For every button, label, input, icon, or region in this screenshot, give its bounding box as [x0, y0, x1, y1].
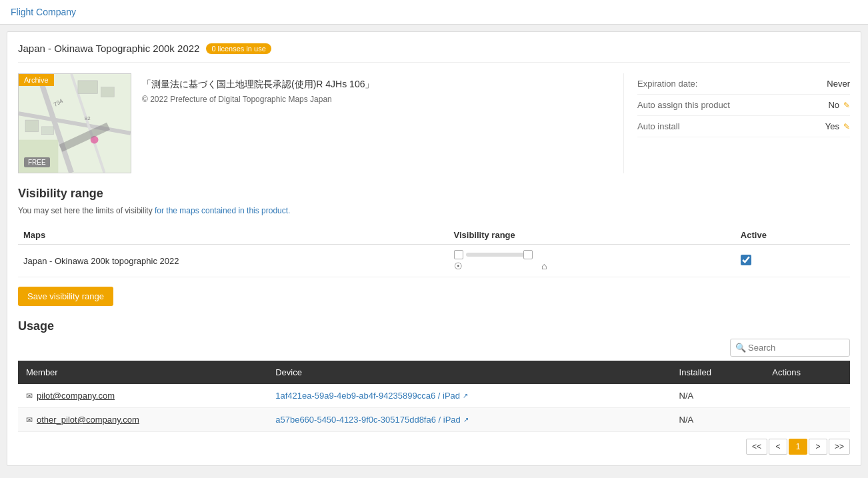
- visibility-th-active: Active: [735, 226, 850, 245]
- brand-link[interactable]: Flight Company: [11, 7, 76, 17]
- usage-actions-cell-1: [764, 408, 850, 432]
- auto-install-label: Auto install: [637, 121, 680, 131]
- visibility-section-title: Visibility range: [18, 187, 850, 201]
- member-email-1[interactable]: other_pilot@company.com: [37, 415, 139, 425]
- product-copyright: © 2022 Prefecture of Digital Topographic…: [142, 95, 613, 104]
- auto-install-edit-icon[interactable]: ✎: [843, 122, 850, 131]
- usage-device-cell-0: 1af421ea-59a9-4eb9-ab4f-94235899cca6 / i…: [267, 384, 671, 408]
- usage-search-bar: 🔍: [18, 339, 850, 357]
- device-link-0[interactable]: 1af421ea-59a9-4eb9-ab4f-94235899cca6 / i…: [275, 391, 663, 401]
- svg-rect-4: [78, 81, 98, 94]
- main-container: Japan - Okinawa Topographic 200k 2022 0 …: [7, 31, 861, 466]
- product-title: Japan - Okinawa Topographic 200k 2022: [18, 43, 199, 54]
- license-badge: 0 licenses in use: [206, 43, 271, 54]
- usage-section: Usage 🔍 Member Device Installed Actions: [18, 319, 850, 455]
- usage-member-cell-1: ✉ other_pilot@company.com: [18, 408, 267, 432]
- visibility-th-range: Visibility range: [449, 226, 735, 245]
- search-input[interactable]: [730, 339, 850, 357]
- usage-table-row: ✉ other_pilot@company.com a57be660-5450-…: [18, 408, 850, 432]
- auto-assign-edit-icon[interactable]: ✎: [843, 101, 850, 110]
- usage-th-actions: Actions: [764, 361, 850, 384]
- range-icons: ☉ ⌂: [454, 261, 547, 271]
- visibility-range-cell: ☉ ⌂: [449, 245, 735, 277]
- usage-installed-cell-1: N/A: [671, 408, 765, 432]
- visibility-section: Visibility range You may set here the li…: [18, 187, 850, 306]
- expiration-label: Expiration date:: [637, 79, 697, 89]
- usage-th-member: Member: [18, 361, 267, 384]
- usage-th-device: Device: [267, 361, 671, 384]
- member-email-0[interactable]: pilot@company.com: [37, 391, 115, 401]
- range-min-icon: ☉: [454, 261, 463, 271]
- expiration-value: Never: [827, 79, 850, 89]
- usage-table: Member Device Installed Actions ✉ pilot@…: [18, 361, 850, 432]
- visibility-map-name: Japan - Okinawa 200k topographic 2022: [18, 245, 449, 277]
- map-thumbnail: Archive 794 82: [18, 73, 131, 173]
- product-name-jp: 「測量法に基づく国土地理院長承認(使用)R 4JHs 106」: [142, 79, 613, 91]
- product-info: Archive 794 82: [18, 73, 850, 173]
- top-bar: Flight Company: [0, 0, 868, 25]
- usage-device-cell-1: a57be660-5450-4123-9f0c-305175dd8fa6 / i…: [267, 408, 671, 432]
- visibility-table-row: Japan - Okinawa 200k topographic 2022 ☉: [18, 245, 850, 277]
- usage-member-cell-0: ✉ pilot@company.com: [18, 384, 267, 408]
- svg-text:82: 82: [85, 115, 91, 121]
- usage-section-title: Usage: [18, 319, 850, 333]
- product-header: Japan - Okinawa Topographic 200k 2022 0 …: [18, 43, 850, 63]
- visibility-desc-link[interactable]: for the maps contained in this product.: [155, 206, 290, 215]
- visibility-active-checkbox[interactable]: [741, 255, 751, 265]
- range-right-thumb[interactable]: [523, 250, 533, 259]
- range-track[interactable]: [466, 253, 533, 257]
- pagination: << < 1 > >>: [18, 439, 850, 455]
- visibility-active-cell: [735, 245, 850, 277]
- usage-actions-cell-0: [764, 384, 850, 408]
- auto-assign-row: Auto assign this product No ✎: [637, 95, 850, 116]
- archive-badge: Archive: [19, 74, 54, 86]
- pagination-prev[interactable]: <: [769, 439, 787, 455]
- range-left-thumb[interactable]: [454, 250, 463, 259]
- expiration-row: Expiration date: Never: [637, 73, 850, 95]
- visibility-th-maps: Maps: [18, 226, 449, 245]
- pagination-current[interactable]: 1: [789, 439, 807, 455]
- visibility-table: Maps Visibility range Active Japan - Oki…: [18, 226, 850, 277]
- search-icon: 🔍: [735, 343, 746, 353]
- product-meta: Expiration date: Never Auto assign this …: [623, 73, 850, 173]
- svg-rect-5: [101, 87, 114, 97]
- auto-install-row: Auto install Yes ✎: [637, 116, 850, 137]
- auto-install-value: Yes ✎: [825, 121, 850, 131]
- search-wrapper: 🔍: [730, 339, 850, 357]
- external-link-icon-1: ↗: [463, 416, 469, 423]
- svg-rect-6: [25, 120, 39, 132]
- pagination-next[interactable]: >: [809, 439, 827, 455]
- range-container: ☉ ⌂: [454, 250, 730, 271]
- svg-rect-11: [19, 140, 58, 173]
- pagination-first[interactable]: <<: [746, 439, 767, 455]
- device-link-1[interactable]: a57be660-5450-4123-9f0c-305175dd8fa6 / i…: [275, 415, 663, 425]
- free-badge: FREE: [24, 157, 50, 167]
- email-icon-1: ✉: [26, 415, 33, 425]
- visibility-section-desc: You may set here the limits of visibilit…: [18, 206, 850, 215]
- save-visibility-button[interactable]: Save visibility range: [18, 287, 113, 306]
- range-max-icon: ⌂: [541, 261, 547, 271]
- usage-installed-cell-0: N/A: [671, 384, 765, 408]
- usage-th-installed: Installed: [671, 361, 765, 384]
- product-details: 「測量法に基づく国土地理院長承認(使用)R 4JHs 106」 © 2022 P…: [142, 73, 613, 173]
- auto-assign-value: No ✎: [828, 100, 850, 110]
- external-link-icon-0: ↗: [463, 392, 468, 399]
- usage-table-row: ✉ pilot@company.com 1af421ea-59a9-4eb9-a…: [18, 384, 850, 408]
- auto-assign-label: Auto assign this product: [637, 100, 730, 110]
- svg-rect-7: [42, 127, 54, 135]
- pagination-last[interactable]: >>: [829, 439, 850, 455]
- email-icon-0: ✉: [26, 391, 33, 401]
